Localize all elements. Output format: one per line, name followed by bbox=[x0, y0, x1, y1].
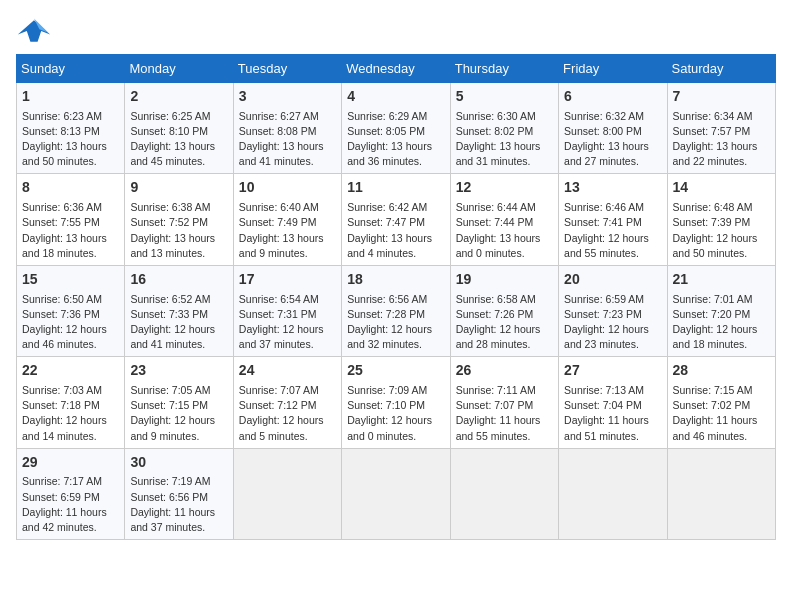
calendar-cell: 23Sunrise: 7:05 AM Sunset: 7:15 PM Dayli… bbox=[125, 357, 233, 448]
calendar-cell: 18Sunrise: 6:56 AM Sunset: 7:28 PM Dayli… bbox=[342, 265, 450, 356]
day-number: 22 bbox=[22, 361, 119, 381]
day-info: Sunrise: 7:03 AM Sunset: 7:18 PM Dayligh… bbox=[22, 383, 119, 444]
col-header-tuesday: Tuesday bbox=[233, 55, 341, 83]
calendar-cell: 27Sunrise: 7:13 AM Sunset: 7:04 PM Dayli… bbox=[559, 357, 667, 448]
day-info: Sunrise: 6:52 AM Sunset: 7:33 PM Dayligh… bbox=[130, 292, 227, 353]
calendar-cell bbox=[450, 448, 558, 539]
day-info: Sunrise: 7:01 AM Sunset: 7:20 PM Dayligh… bbox=[673, 292, 770, 353]
day-number: 14 bbox=[673, 178, 770, 198]
day-number: 2 bbox=[130, 87, 227, 107]
day-info: Sunrise: 7:13 AM Sunset: 7:04 PM Dayligh… bbox=[564, 383, 661, 444]
day-info: Sunrise: 6:27 AM Sunset: 8:08 PM Dayligh… bbox=[239, 109, 336, 170]
day-info: Sunrise: 7:07 AM Sunset: 7:12 PM Dayligh… bbox=[239, 383, 336, 444]
day-info: Sunrise: 6:38 AM Sunset: 7:52 PM Dayligh… bbox=[130, 200, 227, 261]
calendar-cell: 2Sunrise: 6:25 AM Sunset: 8:10 PM Daylig… bbox=[125, 83, 233, 174]
day-info: Sunrise: 6:40 AM Sunset: 7:49 PM Dayligh… bbox=[239, 200, 336, 261]
calendar-cell: 10Sunrise: 6:40 AM Sunset: 7:49 PM Dayli… bbox=[233, 174, 341, 265]
calendar-cell: 22Sunrise: 7:03 AM Sunset: 7:18 PM Dayli… bbox=[17, 357, 125, 448]
day-number: 6 bbox=[564, 87, 661, 107]
calendar-cell: 28Sunrise: 7:15 AM Sunset: 7:02 PM Dayli… bbox=[667, 357, 775, 448]
day-number: 21 bbox=[673, 270, 770, 290]
day-number: 13 bbox=[564, 178, 661, 198]
calendar-cell bbox=[667, 448, 775, 539]
calendar-cell: 8Sunrise: 6:36 AM Sunset: 7:55 PM Daylig… bbox=[17, 174, 125, 265]
day-number: 23 bbox=[130, 361, 227, 381]
day-number: 9 bbox=[130, 178, 227, 198]
col-header-friday: Friday bbox=[559, 55, 667, 83]
calendar-cell: 29Sunrise: 7:17 AM Sunset: 6:59 PM Dayli… bbox=[17, 448, 125, 539]
calendar-cell: 15Sunrise: 6:50 AM Sunset: 7:36 PM Dayli… bbox=[17, 265, 125, 356]
day-number: 4 bbox=[347, 87, 444, 107]
col-header-wednesday: Wednesday bbox=[342, 55, 450, 83]
calendar-week-row: 15Sunrise: 6:50 AM Sunset: 7:36 PM Dayli… bbox=[17, 265, 776, 356]
day-number: 24 bbox=[239, 361, 336, 381]
calendar-header-row: SundayMondayTuesdayWednesdayThursdayFrid… bbox=[17, 55, 776, 83]
calendar-cell: 5Sunrise: 6:30 AM Sunset: 8:02 PM Daylig… bbox=[450, 83, 558, 174]
calendar-cell: 9Sunrise: 6:38 AM Sunset: 7:52 PM Daylig… bbox=[125, 174, 233, 265]
day-number: 30 bbox=[130, 453, 227, 473]
day-number: 15 bbox=[22, 270, 119, 290]
calendar-cell: 30Sunrise: 7:19 AM Sunset: 6:56 PM Dayli… bbox=[125, 448, 233, 539]
calendar-cell: 24Sunrise: 7:07 AM Sunset: 7:12 PM Dayli… bbox=[233, 357, 341, 448]
day-info: Sunrise: 6:58 AM Sunset: 7:26 PM Dayligh… bbox=[456, 292, 553, 353]
day-info: Sunrise: 7:15 AM Sunset: 7:02 PM Dayligh… bbox=[673, 383, 770, 444]
logo bbox=[16, 16, 58, 46]
calendar-week-row: 8Sunrise: 6:36 AM Sunset: 7:55 PM Daylig… bbox=[17, 174, 776, 265]
col-header-monday: Monday bbox=[125, 55, 233, 83]
day-number: 25 bbox=[347, 361, 444, 381]
day-number: 26 bbox=[456, 361, 553, 381]
day-info: Sunrise: 6:34 AM Sunset: 7:57 PM Dayligh… bbox=[673, 109, 770, 170]
day-info: Sunrise: 6:29 AM Sunset: 8:05 PM Dayligh… bbox=[347, 109, 444, 170]
day-info: Sunrise: 6:30 AM Sunset: 8:02 PM Dayligh… bbox=[456, 109, 553, 170]
day-info: Sunrise: 6:56 AM Sunset: 7:28 PM Dayligh… bbox=[347, 292, 444, 353]
day-info: Sunrise: 6:54 AM Sunset: 7:31 PM Dayligh… bbox=[239, 292, 336, 353]
day-number: 1 bbox=[22, 87, 119, 107]
calendar-cell: 3Sunrise: 6:27 AM Sunset: 8:08 PM Daylig… bbox=[233, 83, 341, 174]
day-info: Sunrise: 7:19 AM Sunset: 6:56 PM Dayligh… bbox=[130, 474, 227, 535]
day-info: Sunrise: 7:11 AM Sunset: 7:07 PM Dayligh… bbox=[456, 383, 553, 444]
day-info: Sunrise: 7:09 AM Sunset: 7:10 PM Dayligh… bbox=[347, 383, 444, 444]
day-number: 18 bbox=[347, 270, 444, 290]
logo-icon bbox=[16, 16, 52, 46]
calendar-cell: 4Sunrise: 6:29 AM Sunset: 8:05 PM Daylig… bbox=[342, 83, 450, 174]
day-number: 16 bbox=[130, 270, 227, 290]
day-number: 11 bbox=[347, 178, 444, 198]
day-number: 5 bbox=[456, 87, 553, 107]
day-info: Sunrise: 6:59 AM Sunset: 7:23 PM Dayligh… bbox=[564, 292, 661, 353]
col-header-saturday: Saturday bbox=[667, 55, 775, 83]
day-info: Sunrise: 7:17 AM Sunset: 6:59 PM Dayligh… bbox=[22, 474, 119, 535]
calendar-cell: 26Sunrise: 7:11 AM Sunset: 7:07 PM Dayli… bbox=[450, 357, 558, 448]
day-info: Sunrise: 6:25 AM Sunset: 8:10 PM Dayligh… bbox=[130, 109, 227, 170]
calendar-cell: 6Sunrise: 6:32 AM Sunset: 8:00 PM Daylig… bbox=[559, 83, 667, 174]
day-number: 19 bbox=[456, 270, 553, 290]
day-info: Sunrise: 6:50 AM Sunset: 7:36 PM Dayligh… bbox=[22, 292, 119, 353]
col-header-thursday: Thursday bbox=[450, 55, 558, 83]
day-number: 27 bbox=[564, 361, 661, 381]
calendar-cell: 1Sunrise: 6:23 AM Sunset: 8:13 PM Daylig… bbox=[17, 83, 125, 174]
day-info: Sunrise: 7:05 AM Sunset: 7:15 PM Dayligh… bbox=[130, 383, 227, 444]
day-number: 12 bbox=[456, 178, 553, 198]
day-number: 3 bbox=[239, 87, 336, 107]
day-info: Sunrise: 6:48 AM Sunset: 7:39 PM Dayligh… bbox=[673, 200, 770, 261]
day-number: 28 bbox=[673, 361, 770, 381]
calendar-cell: 17Sunrise: 6:54 AM Sunset: 7:31 PM Dayli… bbox=[233, 265, 341, 356]
day-info: Sunrise: 6:36 AM Sunset: 7:55 PM Dayligh… bbox=[22, 200, 119, 261]
day-number: 10 bbox=[239, 178, 336, 198]
day-info: Sunrise: 6:32 AM Sunset: 8:00 PM Dayligh… bbox=[564, 109, 661, 170]
day-number: 8 bbox=[22, 178, 119, 198]
calendar-table: SundayMondayTuesdayWednesdayThursdayFrid… bbox=[16, 54, 776, 540]
calendar-cell: 11Sunrise: 6:42 AM Sunset: 7:47 PM Dayli… bbox=[342, 174, 450, 265]
day-number: 29 bbox=[22, 453, 119, 473]
calendar-cell bbox=[233, 448, 341, 539]
calendar-cell: 21Sunrise: 7:01 AM Sunset: 7:20 PM Dayli… bbox=[667, 265, 775, 356]
calendar-cell bbox=[559, 448, 667, 539]
calendar-cell: 14Sunrise: 6:48 AM Sunset: 7:39 PM Dayli… bbox=[667, 174, 775, 265]
calendar-cell: 20Sunrise: 6:59 AM Sunset: 7:23 PM Dayli… bbox=[559, 265, 667, 356]
day-info: Sunrise: 6:44 AM Sunset: 7:44 PM Dayligh… bbox=[456, 200, 553, 261]
calendar-cell bbox=[342, 448, 450, 539]
calendar-cell: 19Sunrise: 6:58 AM Sunset: 7:26 PM Dayli… bbox=[450, 265, 558, 356]
page-header bbox=[16, 16, 776, 46]
day-info: Sunrise: 6:23 AM Sunset: 8:13 PM Dayligh… bbox=[22, 109, 119, 170]
day-number: 20 bbox=[564, 270, 661, 290]
calendar-cell: 16Sunrise: 6:52 AM Sunset: 7:33 PM Dayli… bbox=[125, 265, 233, 356]
